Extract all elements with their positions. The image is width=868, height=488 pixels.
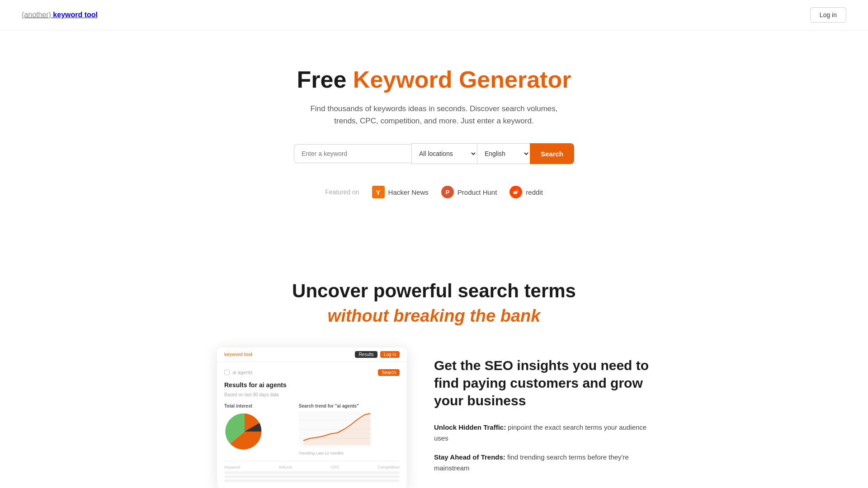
hero-description: Find thousands of keywords ideas in seco… xyxy=(307,103,561,127)
mock-pie-label: Total interest xyxy=(224,404,292,408)
feature-item-1: Unlock Hidden Traffic: pinpoint the exac… xyxy=(434,422,651,444)
mock-badge-label: ai agents xyxy=(232,370,253,375)
logo-prefix: (another) xyxy=(22,11,51,19)
mock-pie-area: Total interest xyxy=(224,404,292,455)
featured-product-hunt[interactable]: P Product Hunt xyxy=(441,186,497,198)
featured-on-bar: Featured on Y Hacker News P Product Hunt… xyxy=(9,186,859,198)
mock-row-3 xyxy=(224,479,400,482)
mock-brand: keyword tool xyxy=(224,352,252,357)
mock-table: KeywordVolumeCPCCompetition xyxy=(224,461,400,482)
mock-results-title: Results for ai agents xyxy=(224,381,400,389)
mock-body: ai agents Search Results for ai agents B… xyxy=(217,362,407,488)
mock-results-badge: Results xyxy=(355,351,377,358)
hacker-news-label: Hacker News xyxy=(388,188,429,196)
featured-label: Featured on xyxy=(325,188,359,196)
hero-title-accent: Keyword Generator xyxy=(353,66,571,93)
mock-line-area: Search trend for "ai agents" Trending La xyxy=(299,404,400,455)
language-select[interactable]: English Spanish French German Portuguese xyxy=(477,143,530,164)
right-title: Get the SEO insights you need to find pa… xyxy=(434,357,651,409)
hero-title-free: Free xyxy=(297,66,353,93)
mock-charts: Total interest Search trend for "ai agen… xyxy=(224,404,400,455)
right-content: Get the SEO insights you need to find pa… xyxy=(434,347,651,482)
mock-row-2 xyxy=(224,475,400,478)
hero-title: Free Keyword Generator xyxy=(9,66,859,94)
featured-hacker-news[interactable]: Y Hacker News xyxy=(372,186,429,198)
reddit-icon xyxy=(509,186,522,198)
mock-login-badge: Log in xyxy=(380,351,400,358)
section2-headline: Uncover powerful search terms without br… xyxy=(0,253,868,347)
mock-line-label: Search trend for "ai agents" xyxy=(299,404,400,408)
section2-subtitle: without breaking the bank xyxy=(9,306,859,326)
mock-search-badge: Search xyxy=(378,369,400,376)
search-input[interactable] xyxy=(294,144,411,163)
featured-reddit[interactable]: reddit xyxy=(509,186,543,198)
mock-search-row: ai agents Search xyxy=(224,369,400,376)
product-hunt-icon: P xyxy=(441,186,454,198)
product-hunt-label: Product Hunt xyxy=(458,188,497,196)
search-bar: All locations United States United Kingd… xyxy=(9,143,859,164)
mock-total-interest-sub: Based on last 90 days data xyxy=(224,392,400,397)
location-select[interactable]: All locations United States United Kingd… xyxy=(411,143,477,164)
hero-section: Free Keyword Generator Find thousands of… xyxy=(0,30,868,253)
mock-row-1 xyxy=(224,471,400,474)
mock-pie-chart xyxy=(224,411,265,452)
navbar: (another) keyword tool Log in xyxy=(0,0,868,30)
mock-trend-sub: Trending Last 12 months xyxy=(299,451,400,455)
feature-2-bold: Stay Ahead of Trends: xyxy=(434,453,505,461)
mock-checkbox xyxy=(224,370,230,375)
mock-table-header: KeywordVolumeCPCCompetition xyxy=(224,465,400,469)
feature-1-bold: Unlock Hidden Traffic: xyxy=(434,423,506,431)
hacker-news-icon: Y xyxy=(372,186,385,198)
mock-ui-topbar: keyword tool Results Log in xyxy=(217,347,407,362)
logo-main: keyword tool xyxy=(51,11,98,19)
reddit-label: reddit xyxy=(526,188,543,196)
login-button[interactable]: Log in xyxy=(810,7,846,23)
mock-ui-screenshot: keyword tool Results Log in ai agents Se… xyxy=(217,347,407,488)
bottom-section: keyword tool Results Log in ai agents Se… xyxy=(163,347,705,488)
logo[interactable]: (another) keyword tool xyxy=(22,11,98,19)
search-button[interactable]: Search xyxy=(530,143,574,164)
feature-item-2: Stay Ahead of Trends: find trending sear… xyxy=(434,452,651,474)
mock-line-chart xyxy=(299,411,371,447)
section2-title: Uncover powerful search terms xyxy=(9,280,859,302)
